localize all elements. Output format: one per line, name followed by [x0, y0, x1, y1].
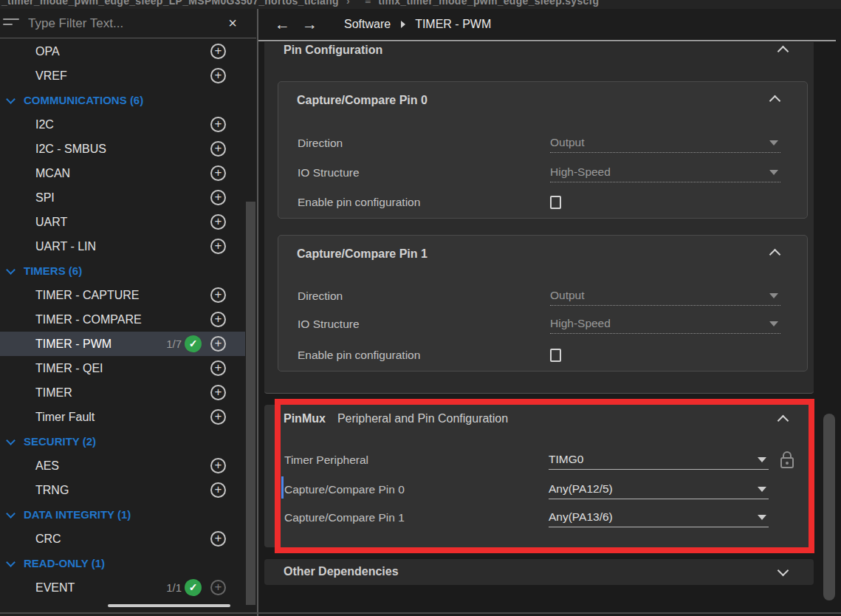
add-instance-button[interactable]: + [210, 385, 226, 400]
chevron-down-icon [6, 265, 16, 275]
sidebar-item-timer-pwm[interactable]: TIMER - PWM1/7✓+ [0, 332, 245, 356]
other-dependencies-section: Other Dependencies [264, 559, 814, 585]
cc-pin0-select[interactable]: Any(PA12/5) [549, 480, 769, 499]
sidebar-group-security[interactable]: SECURITY (2) [0, 429, 245, 454]
expand-section-icon[interactable] [778, 565, 789, 577]
direction-row: Direction Output [298, 286, 780, 307]
sidebar-item-timer-capture[interactable]: TIMER - CAPTURE+ [0, 283, 245, 307]
io-structure-row: IO Structure High-Speed [298, 314, 780, 335]
select-value: TIMG0 [549, 453, 583, 465]
add-instance-button[interactable]: + [210, 44, 226, 59]
io-structure-row: IO Structure High-Speed [298, 162, 780, 183]
sidebar-item-vref[interactable]: VREF+ [0, 64, 245, 88]
direction-select[interactable]: Output [550, 287, 780, 306]
dropdown-arrow-icon [758, 515, 766, 520]
sidebar-item-spi[interactable]: SPI+ [0, 185, 245, 210]
forward-button[interactable]: → [302, 17, 317, 32]
sidebar-group-timers[interactable]: TIMERS (6) [0, 259, 245, 283]
sidebar-item-mcan[interactable]: MCAN+ [0, 161, 245, 185]
editor-tab-text: _timer_mode_pwm_edge_sleep_LP_MSPM0G3507… [1, 0, 599, 7]
cc-pin1-select[interactable]: Any(PA13/6) [549, 508, 769, 527]
sidebar-item-timer[interactable]: TIMER+ [0, 380, 245, 405]
configured-check-icon: ✓ [185, 335, 202, 352]
chevron-down-icon [6, 509, 16, 519]
file-tab-label: timx_timer_mode_pwm_edge_sleep.syscfg [378, 0, 599, 7]
add-instance-button[interactable]: + [210, 117, 226, 132]
pin-configuration-section: Pin Configuration Capture/Compare Pin 0 … [264, 42, 814, 394]
enable-pin-config-checkbox[interactable] [550, 349, 561, 362]
item-label: TIMER - CAPTURE [35, 283, 139, 307]
peripheral-list: OPA+ VREF+ COMMUNICATIONS (6) I2C+ I2C -… [0, 39, 245, 600]
add-instance-button[interactable]: + [210, 165, 226, 181]
modified-indicator [281, 476, 284, 499]
clear-filter-icon[interactable]: × [228, 14, 237, 32]
add-instance-button[interactable]: + [210, 68, 226, 83]
configured-check-icon: ✓ [185, 579, 202, 596]
sidebar-item-i2c-smbus[interactable]: I2C - SMBUS+ [0, 137, 245, 161]
main-vertical-scrollbar[interactable] [823, 414, 835, 600]
collapse-section-icon[interactable] [778, 415, 789, 427]
add-instance-button[interactable]: + [210, 312, 226, 327]
peripheral-sidebar: × OPA+ VREF+ COMMUNICATIONS (6) I2C+ I2C… [0, 9, 257, 616]
project-tab-label: _timer_mode_pwm_edge_sleep_LP_MSPM0G3507… [1, 0, 339, 7]
direction-row: Direction Output [298, 133, 780, 154]
add-instance-button[interactable]: + [210, 531, 226, 547]
add-instance-button[interactable]: + [210, 287, 226, 303]
add-instance-button[interactable]: + [210, 336, 226, 352]
chevron-down-icon [6, 95, 16, 104]
back-button[interactable]: ← [275, 17, 290, 32]
item-label: TIMER - COMPARE [35, 307, 142, 332]
item-label: VREF [35, 64, 67, 88]
sidebar-group-communications[interactable]: COMMUNICATIONS (6) [0, 88, 245, 112]
io-structure-select[interactable]: High-Speed [550, 315, 780, 334]
dropdown-arrow-icon [769, 170, 778, 175]
item-label: OPA [35, 39, 60, 64]
sidebar-item-uart[interactable]: UART+ [0, 210, 245, 234]
sidebar-group-read-only[interactable]: READ-ONLY (1) [0, 551, 245, 575]
sidebar-item-timer-fault[interactable]: Timer Fault+ [0, 405, 245, 429]
select-value: Any(PA12/5) [549, 482, 613, 495]
add-instance-button-disabled: + [210, 580, 226, 595]
add-instance-button[interactable]: + [210, 360, 226, 376]
sidebar-item-i2c[interactable]: I2C+ [0, 112, 245, 137]
section-title: Other Dependencies [284, 565, 399, 578]
add-instance-button[interactable]: + [210, 190, 226, 205]
sidebar-item-timer-compare[interactable]: TIMER - COMPARE+ [0, 307, 245, 332]
select-value: High-Speed [550, 317, 611, 329]
breadcrumb-software[interactable]: Software [344, 18, 391, 31]
group-label: TIMERS (6) [24, 259, 82, 283]
select-value: Output [550, 289, 585, 301]
sidebar-item-timer-qei[interactable]: TIMER - QEI+ [0, 356, 245, 380]
io-structure-select[interactable]: High-Speed [550, 163, 780, 182]
collapse-card-icon[interactable] [769, 95, 781, 107]
lock-icon[interactable] [779, 451, 795, 470]
sidebar-item-trng[interactable]: TRNG+ [0, 478, 245, 502]
add-instance-button[interactable]: + [210, 409, 226, 425]
breadcrumb-timer-pwm[interactable]: TIMER - PWM [415, 18, 491, 31]
sidebar-item-event[interactable]: EVENT1/1✓+ [0, 575, 245, 600]
direction-select[interactable]: Output [550, 134, 780, 153]
sidebar-vertical-scrollbar[interactable] [246, 202, 255, 605]
add-instance-button[interactable]: + [210, 239, 226, 254]
timer-peripheral-select[interactable]: TIMG0 [549, 451, 769, 470]
enable-pin-config-checkbox[interactable] [550, 196, 561, 209]
add-instance-button[interactable]: + [210, 214, 226, 230]
sidebar-item-uart-lin[interactable]: UART - LIN+ [0, 234, 245, 259]
collapse-section-icon[interactable] [778, 46, 789, 58]
collapse-card-icon[interactable] [769, 249, 781, 261]
add-instance-button[interactable]: + [210, 458, 226, 473]
timer-peripheral-row: Timer Peripheral TIMG0 [284, 450, 795, 470]
instance-count: 1/1 [155, 575, 182, 600]
sidebar-item-aes[interactable]: AES+ [0, 454, 245, 478]
filter-icon [3, 18, 21, 29]
sidebar-item-crc[interactable]: CRC+ [0, 527, 245, 551]
dropdown-arrow-icon [769, 140, 778, 146]
sidebar-horizontal-scrollbar[interactable] [108, 604, 230, 607]
add-instance-button[interactable]: + [210, 482, 226, 498]
filter-input[interactable] [28, 13, 216, 35]
add-instance-button[interactable]: + [210, 141, 226, 157]
sidebar-item-opa[interactable]: OPA+ [0, 39, 245, 64]
sidebar-group-data-integrity[interactable]: DATA INTEGRITY (1) [0, 502, 245, 527]
item-label: UART [35, 210, 67, 234]
item-label: SPI [35, 185, 55, 210]
